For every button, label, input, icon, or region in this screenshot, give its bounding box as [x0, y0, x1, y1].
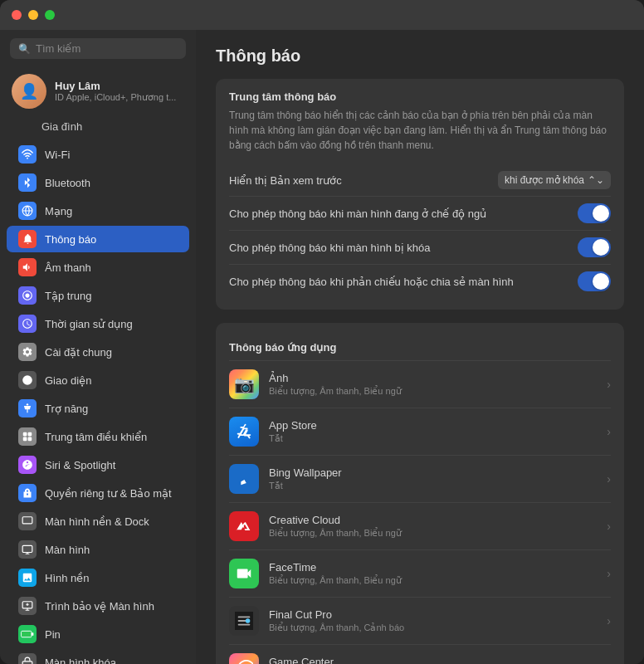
sidebar-item-screentime[interactable]: Thời gian sử dụng: [7, 310, 189, 337]
photos-app-icon: 📷: [229, 369, 259, 399]
privacy-icon: [18, 484, 37, 502]
sidebar-item-label: Trình bảo vệ Màn hình: [45, 600, 154, 613]
app-row-photos[interactable]: 📷 Ảnh Biểu tượng, Âm thanh, Biểu ngữ ›: [229, 360, 611, 408]
sidebar-item-wallpaper[interactable]: Hình nền: [7, 564, 189, 591]
maximize-button[interactable]: [45, 10, 55, 20]
sidebar-item-label: Trung tâm điều khiển: [45, 431, 147, 443]
app-row-finalcut[interactable]: Final Cut Pro Biểu tượng, Âm thanh, Cảnh…: [229, 597, 611, 644]
display-icon: [18, 540, 37, 559]
chevron-right-icon: ›: [607, 614, 611, 627]
app-section-title: Thông báo ứng dụng: [229, 334, 611, 360]
sidebar-item-label: Màn hình: [45, 544, 90, 556]
sidebar-item-accessibility[interactable]: Trợ năng: [7, 395, 189, 422]
app-name-finalcut: Final Cut Pro: [269, 608, 607, 621]
profile-name: Huy Lâm: [55, 80, 176, 92]
content: 🔍 👤 Huy Lâm ID Apple, iCloud+, Phương t.…: [0, 30, 644, 664]
close-button[interactable]: [12, 10, 22, 20]
sidebar-item-label: Giao diện: [45, 374, 91, 387]
sidebar-item-label: Wi-Fi: [45, 149, 70, 161]
svg-rect-7: [28, 437, 32, 442]
sidebar-item-label: Tập trung: [45, 290, 91, 302]
chevron-up-down-icon: ⌃⌄: [588, 174, 604, 186]
locked-toggle[interactable]: [578, 237, 611, 257]
sidebar-item-general[interactable]: Cài đặt chung: [7, 339, 189, 365]
sidebar-item-siri[interactable]: Siri & Spotlight: [7, 452, 189, 478]
svg-point-2: [22, 375, 32, 385]
app-row-gamecenter[interactable]: Game Center Biểu tượng, Âm thanh, Biểu n…: [229, 644, 611, 664]
search-bar[interactable]: 🔍: [10, 38, 186, 59]
app-sub-appstore: Tắt: [269, 433, 607, 444]
sleep-label: Cho phép thông báo khi màn hình đang ở c…: [229, 208, 486, 220]
focus-icon: [18, 286, 37, 305]
mirroring-toggle-row: Cho phép thông báo khi phản chiếu hoặc c…: [229, 264, 611, 298]
sidebar-item-bluetooth[interactable]: Bluetooth: [7, 169, 189, 196]
app-name-appstore: App Store: [269, 419, 607, 432]
bluetooth-icon: [18, 173, 37, 192]
sidebar-item-notifications[interactable]: Thông báo: [7, 226, 189, 252]
sidebar-item-label: Âm thanh: [45, 261, 91, 274]
siri-icon: [18, 456, 37, 474]
sidebar-item-display[interactable]: Màn hình: [7, 536, 189, 563]
avatar: 👤: [12, 74, 46, 109]
app-row-creative[interactable]: Creative Cloud Biểu tượng, Âm thanh, Biể…: [229, 502, 611, 549]
app-sub-photos: Biểu tượng, Âm thanh, Biểu ngữ: [269, 386, 607, 397]
screensaver-icon: [18, 597, 37, 615]
app-row-bing[interactable]: Bing Wallpaper Tắt ›: [229, 455, 611, 502]
battery-icon: [18, 625, 37, 643]
locked-toggle-row: Cho phép thông báo khi màn hình bị khóa: [229, 230, 611, 264]
traffic-lights: [12, 10, 55, 20]
sidebar-item-label: Pin: [45, 628, 61, 641]
sidebar-item-focus[interactable]: Tập trung: [7, 282, 189, 309]
svg-rect-6: [23, 437, 27, 442]
family-section[interactable]: Gia đình: [0, 115, 196, 140]
app-sub-finalcut: Biểu tượng, Âm thanh, Cảnh báo: [269, 622, 607, 633]
app-row-facetime[interactable]: FaceTime Biểu tượng, Âm thanh, Biểu ngữ …: [229, 549, 611, 597]
minimize-button[interactable]: [28, 10, 38, 20]
sidebar-item-privacy[interactable]: Quyền riêng tư & Bảo mật: [7, 480, 189, 506]
nc-section-title: Trung tâm thông báo: [229, 90, 611, 103]
svg-rect-9: [22, 545, 32, 552]
app-info-photos: Ảnh Biểu tượng, Âm thanh, Biểu ngữ: [269, 372, 607, 397]
svg-rect-5: [28, 432, 32, 437]
window: 🔍 👤 Huy Lâm ID Apple, iCloud+, Phương t.…: [0, 0, 644, 664]
preview-row: Hiển thị Bản xem trước khi được mở khóa …: [229, 164, 611, 196]
facetime-app-icon: [229, 559, 259, 588]
chevron-right-icon: ›: [607, 378, 611, 391]
preview-select[interactable]: khi được mở khóa ⌃⌄: [498, 171, 611, 189]
search-input[interactable]: [36, 42, 178, 55]
sidebar-item-network[interactable]: Mạng: [7, 198, 189, 224]
sidebar-item-label: Màn hình nền & Dock: [45, 515, 149, 528]
chevron-right-icon: ›: [607, 520, 611, 533]
svg-point-3: [27, 403, 28, 405]
sidebar-item-label: Bluetooth: [45, 177, 90, 189]
app-notifications-card: Thông báo ứng dụng 📷 Ảnh Biểu tượng, Âm …: [216, 323, 624, 664]
accessibility-icon: [18, 399, 37, 417]
sleep-toggle[interactable]: [578, 203, 611, 223]
network-icon: [18, 202, 37, 220]
sidebar-item-screensaver[interactable]: Trình bảo vệ Màn hình: [7, 593, 189, 619]
sidebar-item-appearance[interactable]: Giao diện: [7, 367, 189, 393]
app-sub-facetime: Biểu tượng, Âm thanh, Biểu ngữ: [269, 575, 607, 586]
app-info-bing: Bing Wallpaper Tắt: [269, 466, 607, 491]
sidebar-item-lockscreen[interactable]: Màn hình khóa: [7, 649, 189, 664]
notifications-icon: [18, 230, 37, 248]
sidebar-item-control[interactable]: Trung tâm điều khiển: [7, 423, 189, 450]
app-name-photos: Ảnh: [269, 372, 607, 384]
mirroring-toggle[interactable]: [578, 271, 611, 291]
sound-icon: [18, 258, 37, 276]
svg-rect-12: [32, 632, 33, 636]
app-row-appstore[interactable]: App Store Tắt ›: [229, 408, 611, 455]
sidebar-item-sound[interactable]: Âm thanh: [7, 254, 189, 281]
sidebar-item-label: Thông báo: [45, 233, 96, 246]
sidebar-item-label: Cài đặt chung: [45, 346, 112, 359]
general-icon: [18, 343, 37, 361]
sidebar-item-wifi[interactable]: Wi-Fi: [7, 141, 189, 168]
profile-section[interactable]: 👤 Huy Lâm ID Apple, iCloud+, Phương t...: [0, 67, 196, 115]
creative-app-icon: [229, 511, 259, 541]
sidebar-item-desktop[interactable]: Màn hình nền & Dock: [7, 508, 189, 535]
app-name-bing: Bing Wallpaper: [269, 466, 607, 479]
finalcut-app-icon: [229, 606, 259, 636]
sidebar-item-battery[interactable]: Pin: [7, 621, 189, 647]
app-name-gamecenter: Game Center: [269, 656, 607, 664]
family-label: Gia đình: [41, 120, 82, 133]
